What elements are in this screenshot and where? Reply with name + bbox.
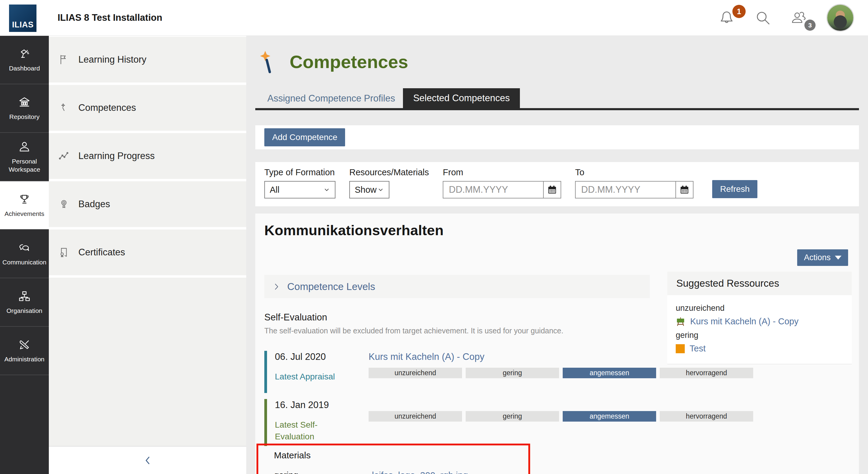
filter-to: To bbox=[575, 167, 693, 198]
slate-item-learning-progress[interactable]: Learning Progress bbox=[49, 133, 246, 179]
avatar[interactable] bbox=[827, 4, 854, 32]
filter-resources-materials: Resources/Materials Show bbox=[349, 167, 429, 198]
slate-item-certificates[interactable]: Certificates bbox=[49, 230, 246, 275]
refresh-button[interactable]: Refresh bbox=[712, 180, 757, 198]
sidebar-item-communication[interactable]: Communication bbox=[0, 230, 49, 278]
certificate-icon bbox=[58, 246, 70, 259]
scale-segment[interactable]: angemessen bbox=[563, 368, 656, 378]
materials-title: Materials bbox=[274, 450, 522, 461]
scale-segment[interactable]: unzureichend bbox=[369, 411, 462, 421]
notifications-button[interactable]: 1 bbox=[718, 9, 735, 27]
scale-segment[interactable]: gering bbox=[466, 368, 559, 378]
competence-levels-accordion[interactable]: Competence Levels bbox=[264, 275, 650, 298]
slate-filler bbox=[49, 278, 246, 446]
page-title: Competences bbox=[290, 52, 408, 72]
filter-label: From bbox=[443, 167, 561, 177]
entry-type-label: Latest Appraisal bbox=[275, 371, 347, 382]
filter-from: From bbox=[443, 167, 561, 198]
main-sidebar: Dashboard Repository Personal Workspace … bbox=[0, 36, 49, 474]
entry-meta: 16. Jan 2019 Latest Self-Evaluation bbox=[267, 399, 369, 446]
competence-heading: Kommunikationsverhalten bbox=[264, 222, 852, 238]
materials-file-link[interactable]: leifos_logo_300_rgb.jpg bbox=[372, 470, 468, 474]
suggested-resources-panel: Suggested Ressources unzureichend Kurs m… bbox=[667, 272, 852, 364]
sidebar-item-achievements[interactable]: Achievements bbox=[0, 181, 49, 230]
scale-segment[interactable]: unzureichend bbox=[369, 368, 462, 378]
collapse-slate-button[interactable] bbox=[49, 446, 246, 474]
achievements-slate: Learning History Competences Learning Pr… bbox=[49, 36, 246, 474]
app-shell: Dashboard Repository Personal Workspace … bbox=[0, 36, 868, 474]
actions-row: Actions bbox=[264, 249, 852, 266]
sidebar-filler bbox=[0, 375, 49, 474]
slate-item-label: Learning History bbox=[79, 54, 147, 65]
to-date-field bbox=[575, 181, 693, 198]
suggested-resource-course-link[interactable]: Kurs mit Kacheln (A) - Copy bbox=[676, 316, 843, 327]
sidebar-item-label: Communication bbox=[2, 259, 46, 266]
accordion-label: Competence Levels bbox=[287, 281, 375, 293]
personal-workspace-icon bbox=[18, 140, 31, 154]
to-calendar-button[interactable] bbox=[675, 181, 693, 198]
suggested-resource-label: Test bbox=[689, 344, 706, 353]
sidebar-item-personal-workspace[interactable]: Personal Workspace bbox=[0, 133, 49, 181]
scale-segment[interactable]: gering bbox=[466, 411, 559, 421]
main-content: Competences Assigned Competence Profiles… bbox=[246, 36, 868, 474]
chevron-right-icon bbox=[272, 282, 281, 291]
sidebar-item-label: Administration bbox=[4, 356, 44, 363]
resources-materials-select[interactable]: Show bbox=[349, 181, 390, 198]
sidebar-item-administration[interactable]: Administration bbox=[0, 327, 49, 375]
suggested-resource-test-link[interactable]: Test bbox=[676, 344, 843, 353]
refresh-wrap: Refresh bbox=[712, 180, 757, 198]
page-head: Competences bbox=[255, 50, 859, 73]
select-value: All bbox=[270, 185, 279, 195]
sidebar-item-label: Personal Workspace bbox=[1, 158, 48, 173]
tab-bar: Assigned Competence Profiles Selected Co… bbox=[255, 88, 859, 110]
course-icon bbox=[676, 317, 685, 327]
suggested-resources-body: unzureichend Kurs mit Kacheln (A) - Copy… bbox=[667, 295, 852, 364]
entry-meta: 06. Jul 2020 Latest Appraisal bbox=[267, 351, 369, 393]
chevron-down-icon bbox=[377, 187, 384, 193]
materials-row: gering leifos_logo_300_rgb.jpg bbox=[274, 470, 522, 474]
slate-item-competences[interactable]: Competences bbox=[49, 85, 246, 131]
logo-text: ILIAS bbox=[12, 20, 34, 30]
from-date-field bbox=[443, 181, 561, 198]
competences-wand-icon bbox=[258, 50, 278, 73]
badge-icon bbox=[58, 198, 70, 210]
filter-type-of-formation: Type of Formation All bbox=[264, 167, 336, 198]
suggested-resource-label: Kurs mit Kacheln (A) - Copy bbox=[690, 316, 798, 327]
chevron-left-icon bbox=[142, 454, 154, 467]
sidebar-item-organisation[interactable]: Organisation bbox=[0, 278, 49, 327]
slate-item-badges[interactable]: Badges bbox=[49, 181, 246, 227]
add-competence-button[interactable]: Add Competence bbox=[264, 128, 345, 146]
scale-segment[interactable]: hervorragend bbox=[660, 411, 753, 421]
sidebar-item-label: Organisation bbox=[6, 307, 42, 315]
ilias-logo[interactable]: ILIAS bbox=[9, 4, 36, 32]
slate-item-learning-history[interactable]: Learning History bbox=[49, 37, 246, 82]
search-icon bbox=[754, 9, 772, 27]
entry-date: 06. Jul 2020 bbox=[275, 351, 369, 362]
from-date-input[interactable] bbox=[443, 181, 543, 198]
suggested-level-label: gering bbox=[676, 331, 843, 340]
tab-selected-competences[interactable]: Selected Competences bbox=[403, 88, 520, 108]
entry-resource-link[interactable]: Kurs mit Kacheln (A) - Copy bbox=[369, 351, 484, 362]
from-calendar-button[interactable] bbox=[543, 181, 561, 198]
contacts-button[interactable]: 3 bbox=[790, 9, 808, 27]
dashboard-icon bbox=[18, 47, 31, 61]
actions-button[interactable]: Actions bbox=[797, 249, 848, 266]
scale-segment[interactable]: hervorragend bbox=[660, 368, 753, 378]
type-of-formation-select[interactable]: All bbox=[264, 181, 336, 198]
top-header: ILIAS ILIAS 8 Test Installation 1 3 bbox=[0, 0, 868, 36]
to-date-input[interactable] bbox=[576, 181, 675, 198]
flag-icon bbox=[58, 54, 70, 66]
filter-label: Resources/Materials bbox=[349, 167, 429, 177]
sidebar-item-dashboard[interactable]: Dashboard bbox=[0, 36, 49, 84]
calendar-icon bbox=[547, 184, 557, 195]
notifications-badge: 1 bbox=[733, 5, 746, 18]
search-button[interactable] bbox=[754, 9, 772, 27]
tab-assigned-competence-profiles[interactable]: Assigned Competence Profiles bbox=[259, 89, 403, 108]
select-value: Show bbox=[355, 185, 377, 195]
line-chart-icon bbox=[58, 150, 70, 162]
scale-segment[interactable]: angemessen bbox=[563, 411, 656, 421]
test-icon bbox=[676, 344, 685, 353]
sidebar-item-repository[interactable]: Repository bbox=[0, 84, 49, 133]
materials-highlight-box: Materials gering leifos_logo_300_rgb.jpg bbox=[256, 444, 530, 474]
actions-button-label: Actions bbox=[804, 253, 831, 262]
